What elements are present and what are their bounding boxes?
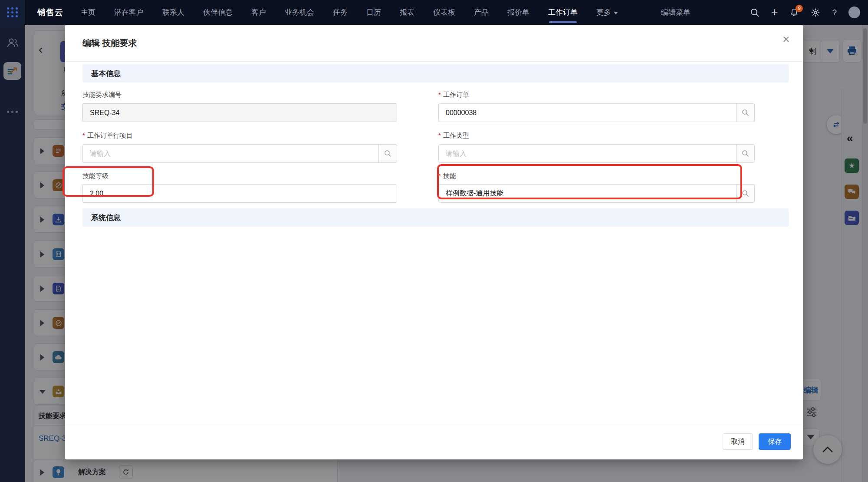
nav-item-leads[interactable]: 潜在客户 bbox=[114, 0, 144, 25]
app-title: 销售云 bbox=[37, 7, 63, 18]
nav-item-dashboards[interactable]: 仪表板 bbox=[433, 0, 455, 25]
nav-item-reports[interactable]: 报表 bbox=[400, 0, 414, 25]
help-icon[interactable]: ? bbox=[832, 8, 837, 17]
app-launcher-icon[interactable] bbox=[0, 0, 25, 25]
sreq-number-input bbox=[82, 103, 397, 122]
work-order-input[interactable] bbox=[438, 103, 736, 122]
label-text: 技能 bbox=[443, 172, 456, 179]
nav-item-products[interactable]: 产品 bbox=[474, 0, 489, 25]
nav-item-quotes[interactable]: 报价单 bbox=[507, 0, 529, 25]
work-order-line-item-field-group bbox=[82, 144, 397, 163]
edit-skill-requirement-dialog: 编辑 技能要求 ✕ 基本信息 技能要求编号 *工作订单 *工作订单行项目 *工作… bbox=[65, 25, 803, 459]
notification-badge: 9 bbox=[796, 5, 803, 12]
skill-lookup-button[interactable] bbox=[736, 184, 755, 203]
nav-item-tasks[interactable]: 任务 bbox=[333, 0, 348, 25]
section-system-info: 系统信息 bbox=[82, 208, 789, 227]
nav-item-edit-menu[interactable]: 编辑菜单 bbox=[661, 0, 690, 25]
waffle-grid-icon bbox=[7, 7, 18, 17]
label-text: 工作订单 bbox=[443, 91, 469, 98]
label-text: 技能等级 bbox=[82, 172, 108, 179]
save-button[interactable]: 保存 bbox=[759, 433, 791, 450]
work-type-label: *工作类型 bbox=[438, 132, 755, 140]
nav-item-accounts[interactable]: 客户 bbox=[251, 0, 266, 25]
top-nav: 销售云 主页 潜在客户 联系人 伙伴信息 客户 业务机会 任务 日历 报表 仪表… bbox=[0, 0, 868, 25]
work-order-line-item-lookup-button[interactable] bbox=[378, 144, 397, 163]
sreq-number-field-group bbox=[82, 103, 397, 122]
nav-item-partner-info[interactable]: 伙伴信息 bbox=[203, 0, 233, 25]
nav-icons: + 9 ? bbox=[750, 0, 860, 25]
work-order-line-item-input[interactable] bbox=[82, 144, 379, 163]
required-asterisk: * bbox=[438, 91, 441, 98]
search-icon bbox=[384, 150, 391, 157]
label-text: 技能要求编号 bbox=[82, 91, 122, 98]
work-order-lookup-button[interactable] bbox=[736, 103, 755, 122]
search-icon bbox=[742, 190, 749, 197]
cancel-button[interactable]: 取消 bbox=[723, 433, 753, 450]
nav-item-work-orders[interactable]: 工作订单 bbox=[548, 0, 578, 25]
section-basic-info: 基本信息 bbox=[82, 64, 789, 83]
skill-label: *技能 bbox=[438, 172, 755, 180]
nav-item-more-label: 更多 bbox=[596, 8, 611, 17]
avatar[interactable] bbox=[848, 7, 860, 18]
sreq-number-label: 技能要求编号 bbox=[82, 91, 397, 99]
nav-item-more[interactable]: 更多 bbox=[596, 0, 618, 25]
skill-level-label: 技能等级 bbox=[82, 172, 397, 180]
label-text: 工作类型 bbox=[443, 132, 469, 139]
nav-item-calendar[interactable]: 日历 bbox=[366, 0, 381, 25]
search-icon bbox=[742, 150, 749, 157]
work-order-label: *工作订单 bbox=[438, 91, 755, 99]
close-icon[interactable]: ✕ bbox=[782, 34, 790, 45]
add-icon[interactable]: + bbox=[771, 7, 778, 18]
chevron-down-icon bbox=[614, 12, 618, 14]
footer-divider bbox=[65, 427, 803, 427]
skill-input[interactable] bbox=[438, 184, 736, 203]
search-icon bbox=[742, 109, 749, 116]
dialog-title: 编辑 技能要求 bbox=[82, 37, 137, 49]
skill-level-input[interactable] bbox=[82, 184, 397, 203]
work-order-field-group bbox=[438, 103, 755, 122]
work-type-field-group bbox=[438, 144, 755, 163]
skill-level-field-group bbox=[82, 184, 397, 203]
nav-item-home[interactable]: 主页 bbox=[81, 0, 95, 25]
notifications-bell-icon[interactable]: 9 bbox=[789, 8, 799, 17]
required-asterisk: * bbox=[438, 132, 441, 139]
settings-gear-icon[interactable] bbox=[811, 8, 820, 17]
header-divider bbox=[65, 61, 803, 62]
nav-item-opportunities[interactable]: 业务机会 bbox=[285, 0, 314, 25]
work-order-line-item-label: *工作订单行项目 bbox=[82, 132, 397, 140]
nav-menu: 主页 潜在客户 联系人 伙伴信息 客户 业务机会 任务 日历 报表 仪表板 产品… bbox=[81, 0, 690, 25]
required-asterisk: * bbox=[82, 132, 85, 139]
search-icon[interactable] bbox=[750, 8, 760, 17]
work-type-lookup-button[interactable] bbox=[736, 144, 755, 163]
label-text: 工作订单行项目 bbox=[87, 132, 133, 139]
skill-field-group bbox=[438, 184, 755, 203]
nav-item-contacts[interactable]: 联系人 bbox=[162, 0, 184, 25]
work-type-input[interactable] bbox=[438, 144, 736, 163]
required-asterisk: * bbox=[438, 172, 441, 179]
